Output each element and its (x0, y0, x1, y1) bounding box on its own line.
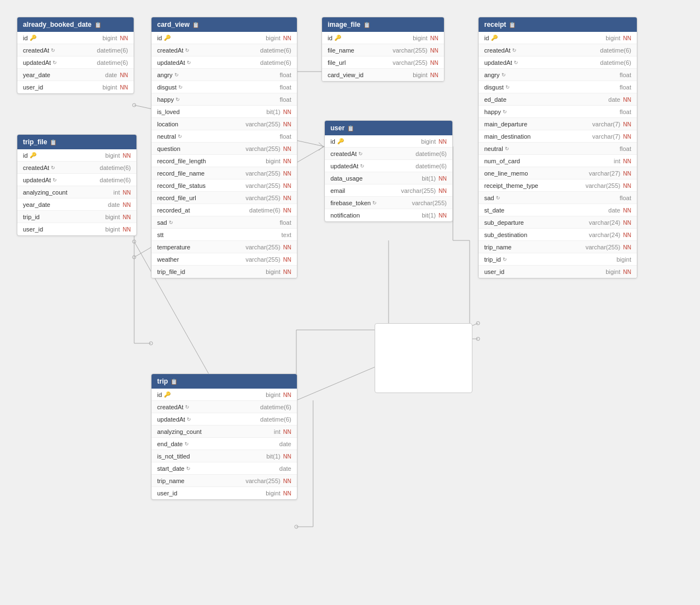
table-row: createdAt ↻ datetime(6) (325, 148, 452, 160)
table-row: id 🔑 bigint NN (17, 149, 136, 162)
field-type: date NN (108, 201, 131, 208)
field-name: updatedAt ↻ (484, 59, 518, 66)
table-icon: 📋 (171, 379, 177, 385)
field-name: record_file_length (157, 158, 206, 164)
field-type: float (619, 72, 631, 78)
field-type: varchar(255) NN (245, 244, 291, 250)
table-row: angry ↻ float (479, 69, 637, 81)
svg-point-28 (295, 525, 298, 528)
table-row: happy ↻ float (479, 106, 637, 118)
field-type: bigint NN (606, 268, 631, 275)
table-row: analyzing_count int NN (17, 186, 136, 198)
field-name: createdAt ↻ (157, 404, 190, 410)
field-name: updatedAt ↻ (23, 59, 57, 66)
field-type: bigint NN (266, 268, 291, 275)
field-name: trip_name (484, 244, 512, 250)
field-type: float (280, 84, 291, 91)
table-row: receipt_theme_type varchar(255) NN (479, 179, 637, 192)
table-title: already_booked_date (23, 21, 92, 29)
field-type: int NN (274, 428, 291, 435)
table-row: year_date date NN (17, 69, 134, 81)
table-row: file_url varchar(255) NN (322, 56, 444, 69)
field-type: datetime(6) (415, 150, 447, 157)
table-row: weather varchar(255) NN (152, 253, 297, 266)
table-row: sub_destination varchar(24) NN (479, 229, 637, 241)
table-row: file_name varchar(255) NN (322, 44, 444, 56)
field-name: receipt_theme_type (484, 182, 538, 189)
table-row: createdAt ↻ datetime(6) (17, 162, 136, 174)
table-icon: 📋 (347, 125, 354, 131)
table-header-image-file: image_file 📋 (322, 17, 444, 32)
table-row: analyzing_count int NN (152, 426, 297, 438)
field-type: date (280, 441, 291, 447)
table-row: sad ↻ float (479, 192, 637, 204)
field-name: createdAt ↻ (330, 150, 363, 157)
field-type: datetime(6) (600, 59, 631, 66)
field-type: float (619, 108, 631, 115)
table-row: is_loved bit(1) NN (152, 106, 297, 118)
field-name: file_name (328, 47, 354, 54)
field-type: varchar(7) NN (592, 121, 631, 127)
field-name: question (157, 145, 181, 152)
table-row: year_date date NN (17, 198, 136, 211)
table-row: num_of_card int NN (479, 155, 637, 167)
svg-point-1 (133, 103, 136, 107)
field-name: user_id (484, 268, 504, 275)
table-row: start_date ↻ date (152, 462, 297, 475)
field-type: text (281, 231, 291, 238)
field-type: datetime(6) (97, 59, 128, 66)
table-row: record_file_name varchar(255) NN (152, 167, 297, 179)
table-header-card-view: card_view 📋 (152, 17, 297, 32)
table-row: updatedAt ↻ datetime(6) (325, 160, 452, 172)
field-type: datetime(6) (600, 47, 631, 54)
field-name: firebase_token ↻ (330, 200, 377, 206)
field-name: neutral ↻ (157, 133, 182, 140)
field-type: float (280, 133, 291, 140)
table-row: createdAt ↻ datetime(6) (152, 401, 297, 413)
table-row: angry ↻ float (152, 69, 297, 81)
table-header-trip: trip 📋 (152, 374, 297, 389)
field-name: neutral ↻ (484, 145, 509, 152)
table-row: notification bit(1) NN (325, 209, 452, 221)
field-name: is_loved (157, 108, 179, 115)
field-name: id 🔑 (328, 35, 341, 41)
field-name: record_file_status (157, 182, 206, 189)
table-trip: trip 📋 id 🔑 bigint NN createdAt ↻ dateti… (151, 374, 297, 500)
svg-line-3 (319, 146, 323, 150)
field-name: disgust ↻ (157, 84, 183, 91)
field-name: id 🔑 (484, 35, 498, 41)
field-name: createdAt ↻ (23, 47, 55, 54)
field-name: angry ↻ (157, 72, 179, 78)
field-type: datetime(6) (100, 164, 131, 171)
field-name: year_date (23, 201, 50, 208)
table-row: stt text (152, 229, 297, 241)
table-row: sad ↻ float (152, 216, 297, 229)
field-type: varchar(24) NN (589, 219, 631, 226)
field-name: user_id (23, 226, 43, 233)
field-type: float (619, 84, 631, 91)
table-row: id 🔑 bigint NN (17, 32, 134, 44)
field-name: angry ↻ (484, 72, 506, 78)
table-icon: 📋 (509, 22, 515, 28)
field-name: sub_departure (484, 219, 524, 226)
field-type: bigint NN (102, 35, 128, 41)
field-name: analyzing_count (23, 189, 68, 196)
table-row: card_view_id bigint NN (322, 69, 444, 81)
field-type: bigint NN (266, 158, 291, 164)
field-type: float (280, 96, 291, 103)
table-user: user 📋 id 🔑 bigint NN createdAt ↻ dateti… (324, 120, 453, 222)
field-name: createdAt ↻ (157, 47, 190, 54)
field-type: datetime(6) (260, 416, 291, 423)
table-row: trip_id ↻ bigint (479, 253, 637, 266)
field-name: stt (157, 231, 164, 238)
field-type: date NN (608, 207, 631, 214)
table-row: end_date ↻ date (152, 438, 297, 450)
field-name: file_url (328, 59, 346, 66)
field-type: float (280, 72, 291, 78)
table-row: updatedAt ↻ datetime(6) (152, 56, 297, 69)
table-row: recorded_at datetime(6) NN (152, 204, 297, 216)
canvas: already_booked_date 📋 id 🔑 bigint NN cre… (0, 0, 700, 605)
table-row: user_id bigint NN (479, 266, 637, 278)
field-type: bit(1) NN (266, 453, 291, 460)
field-name: updatedAt ↻ (23, 177, 57, 183)
